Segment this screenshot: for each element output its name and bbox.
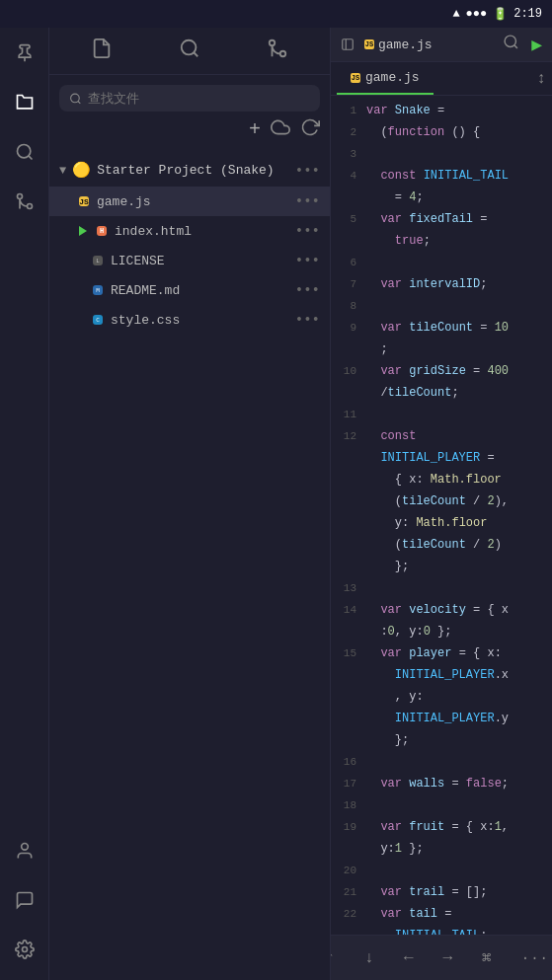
app-container: + ▼ 🟡 Starter Project (Snake) ••• <box>0 28 552 980</box>
file-item-stylecss[interactable]: C style.css ••• <box>49 305 330 335</box>
code-line-19a: 19 var fruit = { x:1, <box>331 818 552 840</box>
files-icon[interactable] <box>9 87 40 118</box>
code-line-18: 18 <box>331 796 552 818</box>
code-line-9b: ; <box>331 340 552 362</box>
file-tab-bar: JS game.js ↕ <box>331 62 552 96</box>
search-bar-container <box>59 85 320 112</box>
status-bar: ▲ ●●● 🔋 2:19 <box>0 0 552 28</box>
settings-icon[interactable] <box>9 934 40 965</box>
add-file-icon[interactable]: + <box>249 118 261 141</box>
topbar-file-label: JS game.js <box>364 38 433 52</box>
code-line-15d: INITIAL_PLAYER.y <box>331 710 552 731</box>
svg-line-12 <box>78 101 80 103</box>
topbar-icons: ▶ <box>503 34 542 55</box>
search-magnify-icon[interactable] <box>9 136 40 168</box>
code-line-15c: , y: <box>331 688 552 710</box>
code-line-11: 11 <box>331 406 552 427</box>
svg-point-1 <box>17 145 30 158</box>
down-arrow-icon[interactable]: ↓ <box>358 945 380 971</box>
code-line-12f: (tileCount / 2) <box>331 536 552 558</box>
svg-line-2 <box>28 156 32 160</box>
code-line-16: 16 <box>331 753 552 775</box>
search-code-icon[interactable] <box>503 34 519 55</box>
svg-rect-13 <box>343 39 354 50</box>
code-line-22b: INITIAL_TAIL; <box>331 927 552 935</box>
file-name-gamejs: game.js <box>97 194 287 209</box>
chat-icon[interactable] <box>9 884 40 916</box>
file-name-license: LICENSE <box>111 254 287 268</box>
file-toolbar <box>49 28 330 75</box>
topbar-filename: game.js <box>378 38 433 52</box>
file-more-gamejs[interactable]: ••• <box>295 193 320 209</box>
code-line-15a: 15 var player = { x: <box>331 644 552 666</box>
file-item-readme[interactable]: M README.md ••• <box>49 275 330 305</box>
file-more-readme[interactable]: ••• <box>295 282 320 298</box>
tab-js-icon: JS <box>351 73 360 83</box>
code-line-10b: /tileCount; <box>331 384 552 406</box>
js-file-icon: JS <box>79 196 89 206</box>
git-icon[interactable] <box>9 186 40 217</box>
svg-point-15 <box>505 36 515 46</box>
cmd-icon[interactable]: ⌘ <box>476 944 498 972</box>
run-button[interactable]: ▶ <box>531 34 542 55</box>
folder-more-icon[interactable]: ••• <box>295 163 320 179</box>
code-line-5a: 5 var fixedTail = <box>331 210 552 232</box>
root-folder[interactable]: ▼ 🟡 Starter Project (Snake) ••• <box>49 154 330 187</box>
cloud-icon[interactable] <box>271 117 290 142</box>
pin-icon[interactable] <box>9 38 40 69</box>
file-more-indexhtml[interactable]: ••• <box>295 223 320 239</box>
file-item-license[interactable]: L LICENSE ••• <box>49 246 330 275</box>
code-line-7: 7 var intervalID; <box>331 275 552 297</box>
svg-point-5 <box>21 844 28 851</box>
file-more-stylecss[interactable]: ••• <box>295 312 320 328</box>
code-line-17: 17 var walls = false; <box>331 775 552 796</box>
search-input[interactable] <box>88 91 310 106</box>
battery-icon: 🔋 <box>493 7 508 22</box>
svg-point-3 <box>27 204 32 209</box>
css-file-icon: C <box>93 315 103 325</box>
file-item-gamejs[interactable]: JS game.js ••• <box>49 187 330 216</box>
code-line-12g: }; <box>331 558 552 579</box>
code-line-14b: :0, y:0 }; <box>331 623 552 644</box>
code-line-13: 13 <box>331 579 552 601</box>
code-line-22a: 22 var tail = <box>331 905 552 927</box>
search-file-icon[interactable] <box>179 38 200 64</box>
sort-icon[interactable]: ↕ <box>536 70 546 88</box>
code-line-9a: 9 var tileCount = 10 <box>331 319 552 340</box>
code-line-20: 20 <box>331 862 552 883</box>
chevron-down-icon: ▼ <box>59 164 66 178</box>
code-line-12b: INITIAL_PLAYER = <box>331 449 552 471</box>
html-file-icon: H <box>97 226 107 236</box>
svg-point-4 <box>17 194 22 199</box>
code-line-4a: 4 const INITIAL_TAIL <box>331 167 552 188</box>
signal-icon: ●●● <box>466 7 488 21</box>
more-icon[interactable]: ··· <box>515 946 552 970</box>
svg-line-8 <box>194 52 197 56</box>
refresh-icon[interactable] <box>300 117 320 142</box>
file-panel: + ▼ 🟡 Starter Project (Snake) ••• <box>49 28 331 980</box>
up-arrow-icon[interactable]: ↑ <box>331 945 341 971</box>
svg-point-10 <box>270 40 276 46</box>
wifi-icon: ▲ <box>452 7 459 21</box>
code-editor[interactable]: 1 var Snake = 2 (function () { 3 4 const… <box>331 96 552 935</box>
branch-icon[interactable] <box>267 38 288 64</box>
code-line-21: 21 var trail = []; <box>331 883 552 905</box>
new-file-icon[interactable] <box>91 38 113 64</box>
user-icon[interactable] <box>9 835 40 867</box>
file-name-stylecss: style.css <box>111 313 287 328</box>
svg-point-9 <box>280 51 286 57</box>
search-actions: + <box>49 117 330 150</box>
code-line-19b: y:1 }; <box>331 840 552 862</box>
code-line-15e: }; <box>331 731 552 753</box>
right-arrow-icon[interactable]: → <box>437 945 459 971</box>
code-line-4b: = 4; <box>331 188 552 210</box>
code-line-12d: (tileCount / 2), <box>331 492 552 514</box>
left-arrow-icon[interactable]: ← <box>398 945 420 971</box>
license-file-icon: L <box>93 256 103 265</box>
topbar-js-icon: JS <box>364 39 374 49</box>
icon-sidebar <box>0 28 49 980</box>
file-more-license[interactable]: ••• <box>295 253 320 268</box>
active-file-tab[interactable]: JS game.js <box>337 62 434 95</box>
file-item-indexhtml[interactable]: H index.html ••• <box>49 216 330 246</box>
panel-icon <box>341 38 355 51</box>
